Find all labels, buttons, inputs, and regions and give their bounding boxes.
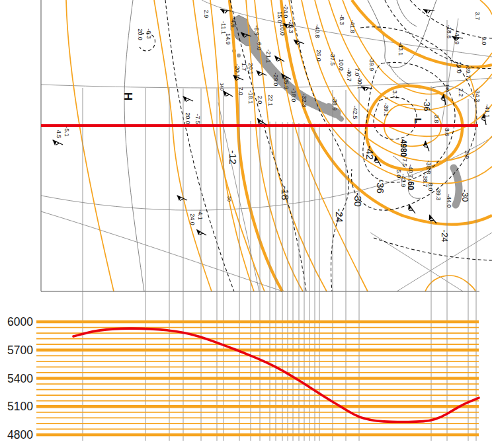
isotherm-value-label: -18	[280, 186, 291, 200]
station-value-label: -41.1	[484, 104, 491, 118]
station-value-label: -38.9	[331, 97, 338, 111]
barb-tick	[428, 10, 430, 13]
barb-pennant	[272, 56, 278, 61]
y-axis-tick-labels: 60005700540051004800	[7, 315, 33, 441]
map-labels: HL498060-12-18-24-30-36-42-36-30-244.5-5…	[56, 5, 491, 243]
isotherm-value-label: -30	[460, 190, 470, 202]
station-value-label: 3.6	[444, 128, 450, 137]
station-value-label: 2.0	[257, 96, 263, 104]
station-value-label: -38.7	[422, 174, 429, 188]
station-value-label: -39.7	[465, 65, 472, 79]
station-value-label: 10.0	[338, 59, 345, 71]
station-value-label: -42.9	[400, 174, 407, 188]
y-axis-tick-label: 5100	[7, 400, 33, 413]
pressure-center-label: 60	[406, 181, 415, 190]
station-value-label: 3.7	[474, 12, 481, 20]
barb-pennant	[194, 230, 200, 235]
station-value-label: -39.3	[435, 187, 442, 201]
wind-barb-icon	[51, 140, 63, 149]
station-value-label: -7.5	[194, 114, 201, 124]
station-value-label: -37.5	[329, 52, 336, 66]
station-value-label: 3.8	[433, 115, 440, 124]
station-value-label: 3.7	[391, 91, 398, 99]
weather-map-cross-section-view: HL498060-12-18-24-30-36-42-36-30-244.5-5…	[0, 0, 492, 448]
wind-barb-icon	[255, 71, 266, 79]
station-value-label: -6.9	[253, 25, 260, 36]
y-axis-tick-label: 5700	[7, 344, 33, 357]
wind-barb-icon	[194, 230, 206, 239]
station-value-label: 22.1	[267, 94, 274, 106]
station-value-label: 15.0	[276, 11, 283, 23]
isotherm-value-label: -36	[375, 179, 386, 194]
station-value-label: -39.1	[383, 103, 390, 117]
isotherm-dashed-lines	[140, 0, 492, 291]
station-value-label: -11.1	[220, 21, 227, 34]
station-value-label: -21.1	[265, 50, 272, 63]
station-value-label: -5.1	[63, 126, 70, 137]
wind-barb-icon	[221, 91, 233, 100]
station-value-label: 2.2	[458, 89, 464, 97]
wind-barb-icon	[272, 56, 284, 65]
station-value-label: -40.7	[346, 68, 352, 82]
y-axis-tick-label: 6000	[7, 315, 33, 328]
barb-pennant	[255, 71, 260, 76]
isotherm-value-label: -12	[227, 150, 239, 165]
station-value-label: 9.0	[481, 37, 487, 46]
station-value-label: -25.9	[283, 76, 290, 90]
station-value-label: -32.3	[301, 94, 308, 108]
station-value-label: -18.0	[290, 89, 297, 102]
station-value-label: -38.8	[425, 161, 432, 174]
station-value-label: 20.1	[247, 63, 254, 75]
station-value-label: -40.1	[356, 76, 363, 90]
scene-svg: HL498060-12-18-24-30-36-42-36-30-244.5-5…	[0, 0, 492, 448]
pressure-center-label: L	[413, 118, 424, 124]
station-value-label: -43.1	[397, 42, 404, 56]
pressure-center-label: 4980	[399, 139, 408, 157]
barb-pennant	[181, 96, 186, 102]
station-value-label: -40.8	[314, 24, 321, 38]
station-value-label: -4.6	[230, 17, 237, 28]
y-axis-tick-label: 4800	[7, 428, 33, 441]
station-value-label: 7.5	[401, 159, 408, 167]
station-value-label: -44.0	[446, 194, 452, 208]
graticule-value-label: 140	[220, 83, 224, 91]
station-value-label: -18.1	[247, 91, 254, 104]
isotherm-value-label: -24	[334, 208, 345, 223]
station-value-label: -8.3	[339, 15, 345, 25]
barb-pennant	[51, 140, 56, 145]
station-value-label: 20.0	[137, 28, 144, 40]
latitude-arc	[41, 211, 283, 291]
map-graticule	[41, 0, 492, 291]
isotherm-value-label: -30	[352, 192, 364, 207]
small-island	[237, 54, 241, 57]
pressure-center-label: H	[122, 93, 134, 100]
station-value-label: -44.9	[454, 31, 460, 45]
isotherm-value-label: -24	[440, 230, 450, 243]
station-value-label: -34.3	[474, 89, 481, 102]
graticule-value-label: 30	[227, 196, 231, 202]
barb-staff	[409, 204, 415, 213]
thin-contour-gray	[124, 0, 144, 291]
y-axis-tick-label: 5400	[7, 372, 33, 385]
station-value-label: 6.0	[256, 42, 263, 51]
station-value-label: -40.7	[407, 165, 414, 178]
height-contours-thin	[66, 0, 492, 291]
station-value-label: -39.9	[368, 57, 375, 71]
wind-barb-icon	[175, 196, 187, 204]
station-value-label: 7.0	[354, 68, 360, 77]
station-value-label: -25.3	[288, 20, 294, 34]
station-value-label: -20.1	[234, 64, 241, 78]
barb-pennant	[220, 9, 224, 14]
station-value-label: 26.0	[315, 50, 322, 61]
station-value-label: -18.6	[446, 25, 452, 39]
station-value-label: 3.9	[464, 151, 470, 159]
barb-pennant	[175, 196, 181, 201]
station-value-label: 4.5	[56, 130, 62, 139]
barb-pennant	[423, 10, 428, 15]
wind-barb-icon	[405, 204, 415, 215]
station-value-label: -6.3	[145, 28, 152, 39]
isotherm-value-label: -42	[364, 145, 376, 160]
station-value-label: -29.0	[272, 73, 279, 87]
station-value-label: 24.0	[189, 213, 196, 225]
station-value-label: 1.7	[241, 63, 247, 71]
